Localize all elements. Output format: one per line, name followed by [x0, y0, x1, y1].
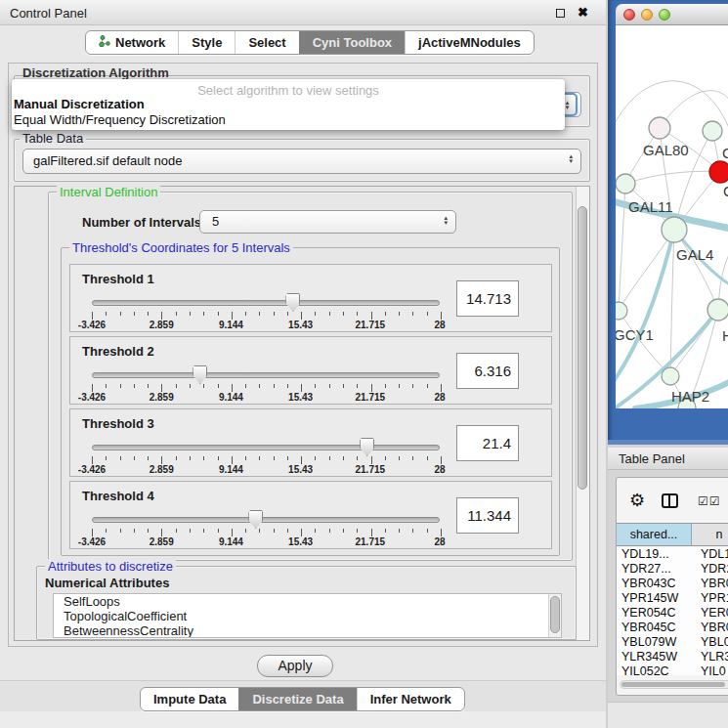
tab-label: Infer Network	[370, 692, 451, 707]
table-data-group: galFiltered.sif default node ▴▾	[14, 139, 590, 182]
cyni-bottom-tabs: Impute DataDiscretize DataInfer Network	[140, 687, 465, 711]
cell-name: YLR3	[692, 650, 728, 664]
numerical-attributes-label: Numerical Attributes	[45, 576, 169, 590]
threshold-slider-thumb[interactable]	[193, 365, 207, 384]
tab-jactivemnodules[interactable]: jActiveMNodules	[405, 31, 534, 54]
network-node[interactable]	[709, 161, 728, 183]
number-of-intervals-combobox[interactable]: 5 ▴▾	[199, 210, 456, 234]
network-canvas[interactable]: GAL80GCGAL11GAL4GCY1HHAP2	[616, 25, 728, 408]
mac-zoom-icon[interactable]	[659, 9, 670, 21]
cell-name: YDR2	[692, 562, 728, 577]
tab-select[interactable]: Select	[235, 31, 298, 54]
attribute-list-item[interactable]: TopologicalCoefficient	[54, 609, 561, 623]
table-row[interactable]: YPR145WYPR1	[617, 591, 728, 606]
vertical-scrollbar[interactable]	[576, 187, 589, 640]
table-panel-titlebar: Table Panel	[608, 448, 728, 470]
network-edge[interactable]	[625, 171, 720, 184]
slider-scale-labels: -3.4262.8599.14415.4321.71528	[92, 392, 441, 404]
apply-button[interactable]: Apply	[257, 655, 333, 677]
threshold-value-field[interactable]: 11.344	[456, 497, 519, 534]
combobox-stepper-icon[interactable]: ▴▾	[444, 215, 448, 225]
threshold-slider-track[interactable]	[92, 372, 440, 378]
network-node[interactable]	[616, 174, 635, 193]
scale-label: 15.43	[288, 536, 313, 547]
table-row[interactable]: YDR27...YDR2	[617, 562, 728, 577]
table-row[interactable]: YDL19...YDL1	[617, 547, 728, 562]
scale-label: 21.715	[356, 392, 386, 403]
tab-label: Discretize Data	[252, 692, 343, 707]
cell-name: YDL1	[692, 547, 728, 562]
tab-impute-data[interactable]: Impute Data	[141, 688, 238, 710]
scale-label: 28	[434, 536, 445, 547]
network-node[interactable]	[662, 217, 687, 242]
threshold-value-field[interactable]: 6.316	[456, 353, 519, 389]
attributes-listbox[interactable]: SelfLoopsTopologicalCoefficientBetweenne…	[53, 593, 562, 638]
close-icon[interactable]: ✖	[578, 5, 588, 20]
network-edge[interactable]	[670, 230, 674, 376]
table-row[interactable]: YBR043CYBR0	[617, 577, 728, 591]
scale-label: 2.859	[150, 320, 174, 330]
scale-label: 2.859	[150, 464, 174, 475]
control-panel-tabs: NetworkStyleSelectCyni ToolboxjActiveMNo…	[85, 30, 535, 55]
network-node[interactable]	[703, 121, 722, 141]
combobox-stepper-icon[interactable]: ▴▾	[569, 153, 573, 163]
threshold-panel: Threshold 2 -3.4262.8599.14415.4321.7152…	[69, 336, 552, 405]
scale-label: -3.426	[78, 320, 106, 330]
cell-shared-name: YBR045C	[617, 621, 692, 635]
network-node[interactable]	[707, 299, 728, 321]
table-row[interactable]: YER054CYER0	[617, 606, 728, 621]
threshold-slider-track[interactable]	[92, 300, 440, 306]
select-columns-icon[interactable]: ☑☑	[698, 494, 721, 508]
mac-minimize-icon[interactable]	[641, 9, 653, 21]
scrollbar-thumb[interactable]	[621, 682, 725, 687]
tab-infer-network[interactable]: Infer Network	[357, 688, 464, 710]
interval-definition-group: Interval Definition Number of Intervals …	[48, 192, 573, 561]
column-header-shared-name[interactable]: shared...	[617, 524, 692, 545]
mac-close-icon[interactable]	[623, 9, 635, 21]
threshold-value-field[interactable]: 21.4	[456, 425, 519, 461]
float-window-icon[interactable]	[556, 9, 565, 18]
column-header-name[interactable]: n	[692, 524, 728, 545]
attribute-list-item[interactable]: SelfLoops	[54, 594, 561, 609]
threshold-slider-thumb[interactable]	[248, 510, 263, 529]
scale-label: 21.715	[356, 320, 386, 330]
scale-label: 9.144	[219, 464, 243, 475]
split-view-icon[interactable]	[662, 493, 678, 508]
scrollbar-thumb[interactable]	[578, 206, 587, 490]
cell-shared-name: YBL079W	[617, 635, 692, 650]
network-node[interactable]	[649, 117, 670, 139]
dropdown-option[interactable]: Manual Discretization	[12, 97, 565, 112]
control-panel-titlebar: Control Panel ✖	[0, 0, 606, 25]
threshold-slider-thumb[interactable]	[360, 438, 374, 456]
tab-discretize-data[interactable]: Discretize Data	[238, 688, 356, 710]
network-node-label: GCY1	[616, 326, 654, 343]
scale-label: 9.144	[219, 392, 243, 403]
table-data-combobox[interactable]: galFiltered.sif default node ▴▾	[22, 149, 581, 174]
cell-shared-name: YLR345W	[617, 650, 692, 664]
horizontal-scrollbar[interactable]	[620, 680, 728, 689]
number-of-intervals-label: Number of Intervals	[82, 215, 201, 230]
gear-icon[interactable]: ⚙	[629, 490, 645, 511]
network-view-window: GAL80GCGAL11GAL4GCY1HHAP2	[608, 0, 728, 445]
threshold-slider-track[interactable]	[92, 517, 440, 523]
table-row[interactable]: YBR045CYBR0	[617, 621, 728, 635]
table-row[interactable]: YLR345WYLR3	[617, 650, 728, 664]
thresholds-group: Threshold's Coordinates for 5 Intervals …	[61, 247, 560, 556]
table-row[interactable]: YBL079WYBL0	[617, 635, 728, 650]
attribute-list-item[interactable]: BetweennessCentrality	[54, 623, 561, 638]
network-edge[interactable]	[619, 230, 674, 311]
table-row[interactable]: YIL052CYIL0	[617, 664, 728, 675]
network-node[interactable]	[662, 367, 679, 385]
thresholds-title: Threshold's Coordinates for 5 Intervals	[69, 240, 293, 255]
threshold-value-field[interactable]: 14.713	[456, 280, 519, 317]
list-scrollbar[interactable]	[548, 594, 561, 637]
tab-cyni-toolbox[interactable]: Cyni Toolbox	[299, 31, 405, 54]
scrollbar-thumb[interactable]	[550, 596, 560, 633]
dropdown-option[interactable]: Equal Width/Frequency Discretization	[12, 112, 565, 128]
scale-label: 21.715	[356, 536, 386, 547]
tab-network[interactable]: Network	[86, 31, 178, 54]
threshold-slider-thumb[interactable]	[285, 293, 300, 312]
threshold-slider-track[interactable]	[92, 445, 440, 450]
tab-style[interactable]: Style	[178, 31, 235, 54]
network-node[interactable]	[616, 302, 627, 320]
